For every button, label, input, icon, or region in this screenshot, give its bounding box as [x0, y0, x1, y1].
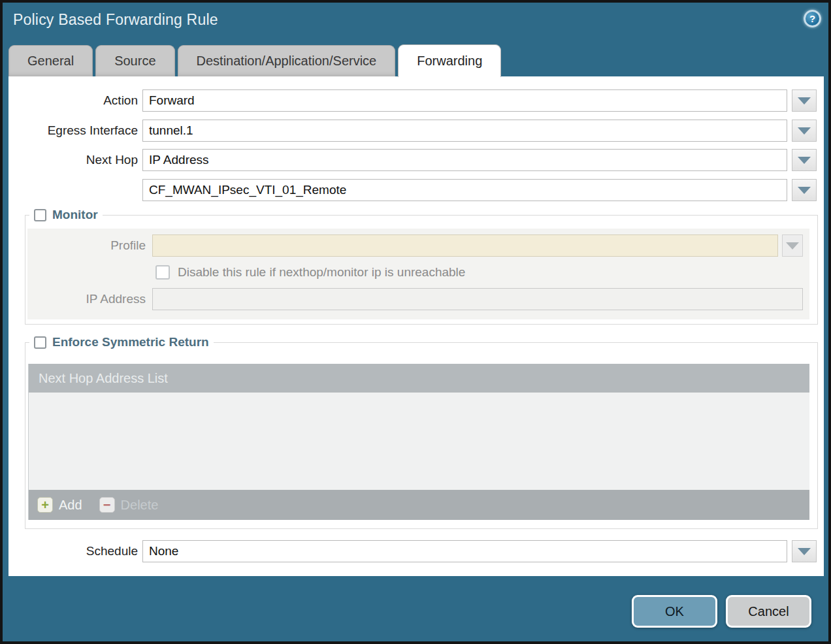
- next-hop-row: Next Hop IP Address: [8, 149, 824, 171]
- schedule-row: Schedule None: [8, 540, 824, 562]
- delete-button-label: Delete: [121, 498, 159, 513]
- action-select[interactable]: Forward: [142, 89, 787, 112]
- egress-interface-row: Egress Interface tunnel.1: [8, 120, 824, 142]
- enforce-symmetric-return-checkbox[interactable]: [34, 336, 46, 349]
- monitor-profile-select: [152, 234, 778, 257]
- next-hop-address-list-body[interactable]: [29, 393, 809, 490]
- schedule-dropdown-button[interactable]: [792, 540, 817, 562]
- tab-general[interactable]: General: [8, 45, 93, 77]
- monitor-ip-address-input: [152, 288, 803, 310]
- monitor-legend-label: Monitor: [52, 208, 98, 222]
- egress-interface-dropdown-button[interactable]: [792, 120, 817, 142]
- monitor-checkbox[interactable]: [34, 209, 46, 221]
- next-hop-address-list-header: Next Hop Address List: [29, 364, 809, 393]
- enforce-symmetric-return-legend: Enforce Symmetric Return: [29, 335, 214, 349]
- monitor-ip-address-label: IP Address: [27, 292, 146, 306]
- action-label: Action: [8, 93, 138, 108]
- egress-interface-select[interactable]: tunnel.1: [142, 120, 787, 142]
- chevron-down-icon: [798, 127, 811, 135]
- schedule-label: Schedule: [8, 544, 138, 558]
- chevron-down-icon: [798, 187, 811, 194]
- add-button-label: Add: [59, 498, 82, 513]
- next-hop-address-row: CF_MWAN_IPsec_VTI_01_Remote: [8, 179, 824, 201]
- add-button[interactable]: + Add: [37, 497, 82, 513]
- plus-icon: +: [37, 497, 53, 513]
- next-hop-address-dropdown-button[interactable]: [792, 179, 817, 201]
- monitor-disable-rule-row: Disable this rule if nexthop/monitor ip …: [155, 265, 803, 280]
- chevron-down-icon: [798, 97, 811, 105]
- chevron-down-icon: [798, 157, 811, 164]
- chevron-down-icon: [798, 548, 811, 555]
- minus-icon: −: [99, 497, 115, 513]
- cancel-button[interactable]: Cancel: [726, 595, 811, 628]
- delete-button: − Delete: [99, 497, 159, 513]
- next-hop-address-select[interactable]: CF_MWAN_IPsec_VTI_01_Remote: [142, 179, 787, 201]
- monitor-profile-label: Profile: [27, 238, 146, 253]
- tab-forwarding[interactable]: Forwarding: [398, 44, 501, 77]
- policy-based-forwarding-dialog: Policy Based Forwarding Rule ? General S…: [0, 0, 831, 644]
- help-icon[interactable]: ?: [804, 10, 821, 27]
- monitor-panel: Profile Disable this rule if nexthop/mon…: [27, 229, 809, 319]
- disable-rule-checkbox: [155, 265, 170, 280]
- next-hop-label: Next Hop: [8, 153, 138, 167]
- enforce-symmetric-return-legend-label: Enforce Symmetric Return: [52, 335, 209, 349]
- forwarding-tab-content: Action Forward Egress Interface tunnel.1…: [8, 76, 824, 576]
- chevron-down-icon: [786, 242, 799, 250]
- monitor-ip-address-row: IP Address: [27, 288, 803, 310]
- monitor-profile-dropdown-button: [782, 234, 803, 257]
- monitor-legend: Monitor: [29, 208, 103, 222]
- action-row: Action Forward: [8, 89, 824, 112]
- monitor-section: Monitor Profile Disable this rule if nex…: [25, 208, 818, 325]
- tab-destination-application-service[interactable]: Destination/Application/Service: [178, 45, 396, 77]
- schedule-select[interactable]: None: [142, 540, 787, 562]
- action-dropdown-button[interactable]: [792, 89, 817, 112]
- tab-source[interactable]: Source: [95, 45, 174, 77]
- ok-button[interactable]: OK: [632, 595, 717, 628]
- next-hop-address-list-table: Next Hop Address List + Add − Delete: [28, 364, 809, 520]
- disable-rule-label: Disable this rule if nexthop/monitor ip …: [178, 265, 465, 280]
- egress-interface-label: Egress Interface: [8, 123, 138, 138]
- next-hop-select[interactable]: IP Address: [142, 149, 787, 171]
- dialog-title: Policy Based Forwarding Rule: [13, 11, 218, 29]
- next-hop-dropdown-button[interactable]: [792, 149, 817, 171]
- tab-bar: General Source Destination/Application/S…: [8, 44, 501, 77]
- next-hop-address-list-footer: + Add − Delete: [29, 490, 809, 520]
- monitor-profile-row: Profile: [27, 234, 803, 257]
- enforce-symmetric-return-section: Enforce Symmetric Return Next Hop Addres…: [25, 335, 818, 529]
